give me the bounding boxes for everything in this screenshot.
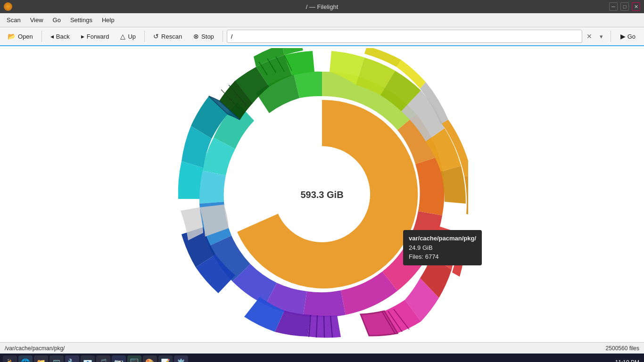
statusbar: /var/cache/pacman/pkg/ 2500560 files <box>0 342 644 354</box>
menu-scan[interactable]: Scan <box>2 15 25 25</box>
close-button[interactable]: ✕ <box>632 2 640 11</box>
svg-text:593.3 GiB: 593.3 GiB <box>300 189 343 200</box>
stop-icon: ⊗ <box>193 33 199 40</box>
taskbar: 🐧 🌐 📁 💻 🔧 📧 🎵 📷 🖥️ 🎨 📝 ⚙️ 11:19 PM <box>0 354 644 362</box>
window-title: / — Filelight <box>306 3 339 10</box>
url-clear-button[interactable]: ✕ <box>584 31 594 41</box>
menu-settings[interactable]: Settings <box>66 15 97 25</box>
url-input[interactable] <box>227 30 582 43</box>
sunburst-container: 593.3 GiB <box>0 46 644 342</box>
forward-icon: ▸ <box>81 33 84 40</box>
taskbar-icon-11[interactable]: 📝 <box>158 355 173 362</box>
taskbar-icon-3[interactable]: 📁 <box>34 355 48 362</box>
toolbar: 📂 Open ◂ Back ▸ Forward △ Up ↺ Rescan ⊗ … <box>0 27 644 46</box>
svg-line-13 <box>324 316 324 337</box>
taskbar-icon-8[interactable]: 📷 <box>112 355 126 362</box>
taskbar-icon-12[interactable]: ⚙️ <box>174 355 188 362</box>
up-button[interactable]: △ Up <box>116 31 140 42</box>
menubar: Scan View Go Settings Help <box>0 13 644 27</box>
open-icon: 📂 <box>8 33 16 40</box>
go-button[interactable]: ▶ Go <box>615 31 641 42</box>
open-button[interactable]: 📂 Open <box>3 31 38 42</box>
taskbar-icon-5[interactable]: 🔧 <box>65 355 79 362</box>
taskbar-icon-6[interactable]: 📧 <box>81 355 95 362</box>
titlebar: / — Filelight ─ □ ✕ <box>0 0 644 13</box>
minimize-button[interactable]: ─ <box>609 2 618 11</box>
forward-button[interactable]: ▸ Forward <box>76 31 114 42</box>
go-icon: ▶ <box>620 33 626 40</box>
app-icon <box>4 2 12 11</box>
toolbar-separator-4 <box>611 31 611 42</box>
taskbar-icon-4[interactable]: 💻 <box>50 355 64 362</box>
back-button[interactable]: ◂ Back <box>46 31 74 42</box>
taskbar-time: 11:19 PM <box>615 359 641 362</box>
taskbar-icon-9[interactable]: 🖥️ <box>127 355 141 362</box>
taskbar-icon-10[interactable]: 🎨 <box>143 355 157 362</box>
main-content: 593.3 GiB <box>0 46 644 342</box>
back-icon: ◂ <box>50 33 54 40</box>
menu-help[interactable]: Help <box>97 15 119 25</box>
toolbar-separator-1 <box>41 31 42 42</box>
rescan-button[interactable]: ↺ Rescan <box>149 31 187 42</box>
taskbar-icon-7[interactable]: 🎵 <box>96 355 110 362</box>
maximize-button[interactable]: □ <box>620 2 629 11</box>
taskbar-icon-1[interactable]: 🐧 <box>3 355 17 362</box>
toolbar-separator-2 <box>144 31 145 42</box>
stop-button[interactable]: ⊗ Stop <box>189 31 219 42</box>
rescan-icon: ↺ <box>153 33 159 40</box>
toolbar-separator-3 <box>223 31 223 42</box>
menu-go[interactable]: Go <box>48 15 66 25</box>
taskbar-icon-2[interactable]: 🌐 <box>18 355 33 362</box>
status-path: /var/cache/pacman/pkg/ <box>5 345 65 352</box>
sunburst-chart[interactable]: 593.3 GiB <box>176 48 468 340</box>
menu-view[interactable]: View <box>25 15 48 25</box>
up-icon: △ <box>120 33 125 40</box>
status-files-count: 2500560 files <box>606 345 639 352</box>
url-dropdown-button[interactable]: ▾ <box>596 31 607 41</box>
window-controls: ─ □ ✕ <box>609 2 640 11</box>
